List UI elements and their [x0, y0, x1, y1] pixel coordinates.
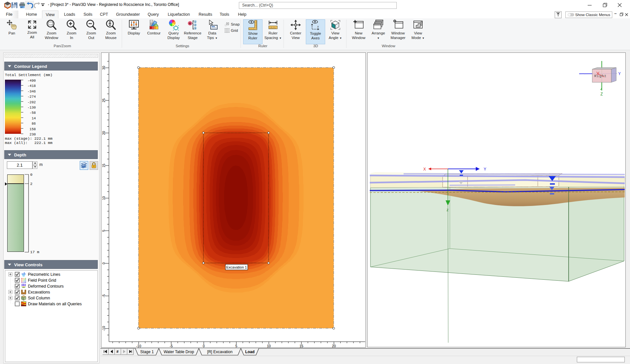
svg-text:-10: -10	[136, 344, 141, 348]
svg-text:-10: -10	[102, 326, 106, 331]
svg-text:[R] Excavation: [R] Excavation	[207, 350, 232, 354]
svg-text:Y: Y	[618, 71, 621, 76]
svg-text:Y: Y	[484, 167, 486, 172]
svg-text:15: 15	[300, 344, 304, 348]
svg-text:1: 1	[195, 21, 196, 23]
svg-text:3: 3	[195, 27, 196, 30]
svg-text:Water Table Drop: Water Table Drop	[164, 350, 194, 354]
svg-text:20: 20	[332, 344, 336, 348]
svg-text:Z: Z	[447, 209, 449, 212]
svg-text:R: R	[189, 22, 191, 25]
svg-text:30: 30	[102, 66, 106, 70]
svg-text:Field Point Grid: Field Point Grid	[28, 278, 56, 283]
svg-text:Z: Z	[600, 92, 603, 97]
svg-text:0: 0	[102, 262, 106, 264]
svg-text:20: 20	[102, 131, 106, 135]
svg-text:Stage 1: Stage 1	[140, 350, 154, 354]
svg-text:-5: -5	[102, 294, 106, 297]
svg-text:Soil Column: Soil Column	[28, 296, 50, 300]
svg-text:10: 10	[102, 196, 106, 200]
svg-text:Load: Load	[245, 350, 255, 354]
svg-text:-5: -5	[170, 344, 173, 348]
svg-text:5: 5	[235, 344, 237, 348]
svg-text:X: X	[423, 167, 426, 172]
svg-text:15: 15	[102, 164, 106, 168]
svg-text:25: 25	[102, 98, 106, 102]
svg-text:#: #	[116, 350, 118, 354]
svg-text:0: 0	[203, 344, 205, 348]
svg-text:Excavations: Excavations	[28, 290, 50, 294]
svg-text:Draw Materials on all Queries: Draw Materials on all Queries	[28, 302, 82, 306]
svg-text:Deformed Contours: Deformed Contours	[28, 284, 64, 289]
svg-text:Excavation 1: Excavation 1	[226, 265, 247, 269]
svg-text:10: 10	[267, 344, 271, 348]
svg-text:Piezometric Lines: Piezometric Lines	[28, 272, 60, 277]
svg-text:2: 2	[195, 24, 196, 26]
svg-text:x: x	[317, 25, 319, 28]
svg-text:5: 5	[102, 230, 106, 232]
